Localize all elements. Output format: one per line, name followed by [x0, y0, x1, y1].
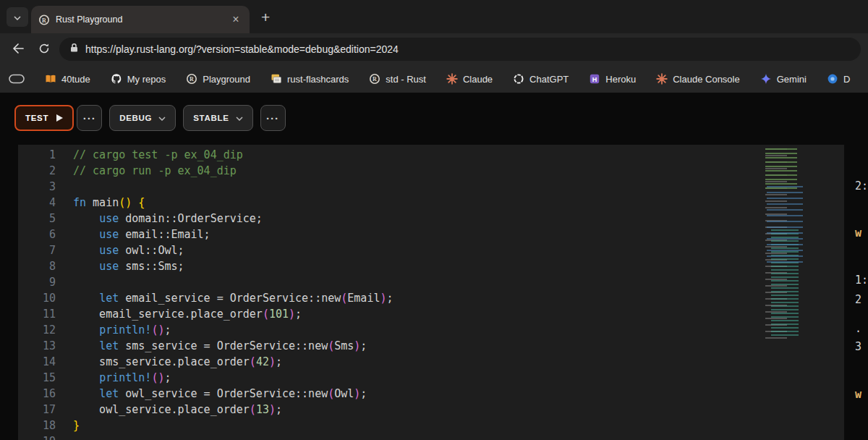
- code-text: let owl_service = OrderService::new(Owl)…: [73, 386, 367, 402]
- back-button[interactable]: [7, 38, 29, 60]
- line-number: 17: [18, 402, 73, 418]
- code-line: 19: [18, 433, 844, 440]
- code-editor[interactable]: 1// cargo test -p ex_04_dip2// cargo run…: [18, 145, 844, 440]
- code-line: 8 use sms::Sms;: [18, 258, 844, 274]
- code-line: 11 email_service.place_order(101);: [18, 306, 844, 322]
- line-number: 8: [18, 258, 73, 274]
- line-number: 16: [18, 386, 73, 402]
- line-number: 10: [18, 290, 73, 306]
- code-line: 6 use email::Email;: [18, 227, 844, 242]
- heroku-icon: H: [589, 73, 600, 85]
- bookmark-playground[interactable]: RPlayground: [186, 73, 250, 85]
- code-text: println!();: [73, 322, 171, 338]
- claude-icon: [446, 73, 458, 85]
- line-number: 18: [18, 418, 73, 433]
- tab-strip: R Rust Playground × +: [0, 0, 868, 33]
- tab-title: Rust Playground: [56, 14, 224, 25]
- bookmark-label: D: [843, 74, 850, 85]
- mode-label: DEBUG: [119, 114, 152, 122]
- code-text: let email_service = OrderService::new(Em…: [73, 290, 393, 306]
- play-icon: [56, 114, 63, 122]
- openai-icon: [513, 73, 524, 85]
- bookmark-label: Playground: [203, 74, 250, 85]
- line-number: 3: [18, 179, 73, 195]
- code-text: sms_service.place_order(42);: [73, 354, 282, 370]
- bookmark-claude-console[interactable]: Claude Console: [656, 73, 740, 85]
- bookmark-claude[interactable]: Claude: [446, 73, 493, 85]
- tab-actions-menu-button[interactable]: [7, 7, 28, 27]
- code-line: 12 println!();: [18, 322, 844, 338]
- code-text: use owl::Owl;: [73, 242, 184, 258]
- claude-icon: [656, 73, 668, 85]
- minimap[interactable]: [765, 148, 804, 341]
- code-line: 7 use owl::Owl;: [18, 242, 844, 258]
- github-icon: [111, 73, 122, 85]
- output-pane-clipped-edge: 2:w1:2.3w: [852, 145, 868, 440]
- run-options-button[interactable]: ···: [77, 105, 102, 131]
- code-text: use email::Email;: [73, 227, 210, 242]
- rust-icon: R: [369, 73, 380, 85]
- bookmark-40tude[interactable]: 40tude: [45, 73, 90, 85]
- url-text[interactable]: https://play.rust-lang.org/?version=stab…: [85, 43, 399, 55]
- svg-text:H: H: [592, 76, 597, 83]
- bookmark-rust-flashcards[interactable]: rust-flashcards: [271, 73, 349, 85]
- code-text: }: [73, 418, 80, 433]
- code-line: 16 let owl_service = OrderService::new(O…: [18, 386, 844, 402]
- browser-tab-rust-playground[interactable]: R Rust Playground ×: [31, 6, 250, 33]
- code-text: use domain::OrderService;: [73, 211, 263, 227]
- output-text-fragment: 2: [855, 293, 861, 306]
- output-text-fragment: .: [855, 322, 861, 335]
- config-options-button[interactable]: ···: [260, 105, 286, 131]
- code-line: 17 owl_service.place_order(13);: [18, 402, 844, 418]
- svg-text:R: R: [42, 17, 46, 23]
- gemini-icon: [760, 73, 772, 85]
- code-line: 14 sms_service.place_order(42);: [18, 354, 844, 370]
- bookmark-heroku[interactable]: HHeroku: [589, 73, 636, 85]
- bookmark-d[interactable]: D: [827, 73, 850, 85]
- output-text-fragment: 1:: [855, 274, 868, 287]
- test-run-button[interactable]: TEST: [14, 105, 74, 131]
- bookmark-my-repos[interactable]: My repos: [111, 73, 166, 85]
- bookmark-chatgpt[interactable]: ChatGPT: [513, 73, 569, 85]
- code-line: 4fn main() {: [18, 195, 844, 211]
- channel-select-button[interactable]: STABLE: [183, 105, 252, 131]
- refresh-button[interactable]: [33, 38, 55, 60]
- chevron-down-icon: [236, 114, 243, 122]
- bookmark-label: 40tude: [61, 74, 90, 85]
- chevron-down-icon: [14, 12, 21, 22]
- output-text-fragment: w: [855, 227, 861, 240]
- bluedot-icon: [827, 73, 838, 85]
- address-bar[interactable]: https://play.rust-lang.org/?version=stab…: [59, 38, 861, 61]
- bookmark-gemini[interactable]: Gemini: [760, 73, 807, 85]
- line-number: 1: [18, 147, 73, 163]
- bookmark-label: Heroku: [605, 74, 636, 85]
- svg-text:R: R: [190, 76, 194, 82]
- bookmark-label: std - Rust: [386, 74, 426, 85]
- line-number: 11: [18, 306, 73, 322]
- channel-label: STABLE: [193, 114, 229, 122]
- mode-select-button[interactable]: DEBUG: [109, 105, 176, 131]
- tab-close-icon[interactable]: ×: [229, 14, 242, 25]
- site-info-lock-icon[interactable]: [69, 43, 79, 56]
- bookmark-label: Claude Console: [673, 74, 740, 85]
- code-text: // cargo run -p ex_04_dip: [73, 163, 237, 179]
- code-line: 5 use domain::OrderService;: [18, 211, 844, 227]
- code-line: 10 let email_service = OrderService::new…: [18, 290, 844, 306]
- code-line: 13 let sms_service = OrderService::new(S…: [18, 338, 844, 354]
- rust-logo-favicon: R: [38, 14, 50, 25]
- rust-playground-page: TEST ··· DEBUG STABLE ···: [0, 93, 868, 440]
- bookmark-label: My repos: [127, 74, 166, 85]
- output-text-fragment: 2:: [855, 179, 868, 192]
- back-arrow-icon: [12, 43, 25, 56]
- line-number: 12: [18, 322, 73, 338]
- bookmark-label: rust-flashcards: [287, 74, 349, 85]
- cards-icon: [271, 73, 282, 85]
- chevron-down-icon: [158, 114, 166, 122]
- code-text: owl_service.place_order(13);: [73, 402, 282, 418]
- collections-icon[interactable]: [9, 73, 25, 85]
- bookmark-std-rust[interactable]: Rstd - Rust: [369, 73, 426, 85]
- new-tab-button[interactable]: +: [257, 9, 274, 25]
- run-cluster: TEST ···: [14, 105, 102, 131]
- code-text: use sms::Sms;: [73, 258, 184, 274]
- code-line: 18}: [18, 418, 844, 433]
